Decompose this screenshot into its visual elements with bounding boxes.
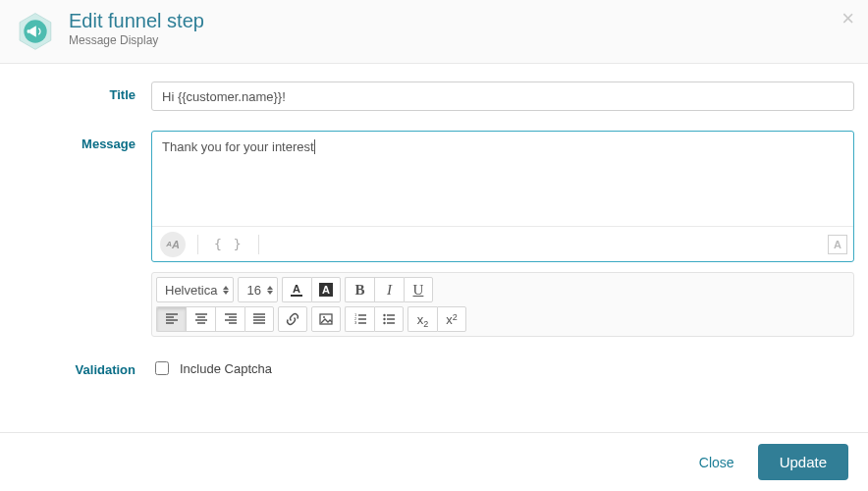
close-button[interactable]: Close [691, 449, 742, 476]
svg-point-31 [383, 314, 385, 316]
unordered-list-button[interactable] [374, 306, 404, 332]
bold-button[interactable]: B [345, 277, 374, 302]
modal-footer: Close Update [0, 432, 868, 491]
close-icon[interactable]: × [841, 8, 854, 29]
update-button[interactable]: Update [758, 444, 848, 480]
include-captcha-checkbox[interactable] [155, 361, 169, 375]
image-button[interactable] [311, 306, 341, 332]
text-size-button[interactable]: AA [160, 232, 186, 257]
modal-body: Title Message Thank you for your interes… [0, 64, 868, 386]
include-captcha-label: Include Captcha [180, 361, 272, 376]
subscript-button[interactable]: x2 [407, 306, 437, 332]
title-row: Title [14, 82, 854, 111]
font-color-button[interactable]: A [282, 277, 311, 302]
include-captcha-option[interactable]: Include Captcha [151, 356, 854, 378]
formatting-toolbar: Helvetica 16 A [151, 272, 854, 337]
svg-text:A: A [293, 283, 300, 295]
align-justify-button[interactable] [244, 306, 274, 332]
validation-row: Validation Include Captcha [14, 356, 854, 378]
link-button[interactable] [278, 306, 307, 332]
align-right-button[interactable] [215, 306, 244, 332]
underline-button[interactable]: U [404, 277, 433, 302]
validation-label: Validation [14, 356, 151, 377]
font-size-select[interactable]: 16 [238, 277, 277, 302]
separator [197, 235, 198, 254]
modal-header: Edit funnel step Message Display × [0, 0, 868, 64]
title-input[interactable] [151, 82, 854, 111]
highlight-color-button[interactable]: A [311, 277, 341, 302]
svg-point-32 [383, 318, 385, 320]
align-left-button[interactable] [156, 306, 186, 332]
svg-point-24 [323, 316, 325, 318]
message-row: Message Thank you for your interest AA {… [14, 131, 854, 337]
editor-toolstrip: AA { } A [152, 226, 853, 261]
svg-rect-4 [291, 295, 302, 297]
modal-subtitle: Message Display [69, 33, 852, 47]
modal-title: Edit funnel step [69, 10, 852, 31]
font-family-select[interactable]: Helvetica [156, 277, 234, 302]
superscript-button[interactable]: x2 [437, 306, 466, 332]
ordered-list-button[interactable]: 123 [345, 306, 374, 332]
message-textarea[interactable]: Thank you for your interest [152, 132, 853, 226]
message-editor: Thank you for your interest AA { } A [151, 131, 854, 262]
merge-tag-button[interactable]: { } [210, 237, 246, 251]
svg-text:A: A [322, 284, 330, 296]
step-type-icon [16, 12, 55, 51]
svg-text:3: 3 [354, 320, 357, 325]
svg-rect-2 [27, 29, 30, 32]
italic-button[interactable]: I [374, 277, 404, 302]
align-center-button[interactable] [186, 306, 215, 332]
title-label: Title [14, 82, 151, 102]
ai-helper-button[interactable]: A [828, 235, 847, 254]
edit-funnel-step-modal: Edit funnel step Message Display × Title… [0, 0, 868, 491]
message-label: Message [14, 131, 151, 151]
separator [258, 235, 259, 254]
svg-point-33 [383, 322, 385, 324]
